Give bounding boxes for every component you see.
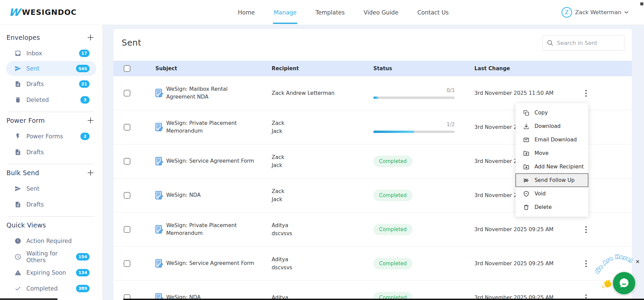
search-box <box>542 35 624 51</box>
user-name: Zack Wetterman <box>575 9 621 16</box>
power-form-items: Power Forms 2 Drafts <box>0 128 102 160</box>
column-header-recipient: Recipient <box>272 65 373 72</box>
horizontal-scrollbar-thumb[interactable] <box>0 298 57 300</box>
row-checkbox[interactable] <box>124 90 130 97</box>
row-checkbox[interactable] <box>124 226 130 233</box>
table-header: Subject Recipient Status Last Change <box>114 61 632 76</box>
document-sign-icon <box>155 225 163 234</box>
menu-item-send-follow-up[interactable]: Send Follow Up <box>516 173 588 187</box>
row-subject[interactable]: WeSign: Private Placement Memorandum <box>166 119 258 135</box>
select-all-checkbox[interactable] <box>124 65 130 72</box>
row-subject[interactable]: WeSign: Private Placement Memorandum <box>166 222 258 238</box>
row-checkbox[interactable] <box>124 158 130 165</box>
sidebar-item-bulk-sent[interactable]: Sent <box>0 181 102 196</box>
sidebar-section-bulk-send: Bulk Send <box>0 168 102 178</box>
sidebar-item-drafts[interactable]: Drafts 21 <box>0 76 102 92</box>
progress-count: 0/1 <box>373 87 455 93</box>
row-subject[interactable]: WeSign: Service Agreement Form <box>166 157 254 165</box>
row-recipient: Jack <box>272 127 373 135</box>
sidebar-section-envelopes: Envelopes <box>0 32 102 43</box>
trash-icon <box>15 97 21 103</box>
sidebar-item-waiting-for-others[interactable]: Waiting for Others 154 <box>0 249 102 265</box>
sidebar-item-completed[interactable]: Completed 389 <box>0 280 102 296</box>
status-badge: Completed <box>373 156 413 167</box>
app-logo[interactable]: W WESIGNDOC <box>0 6 112 18</box>
sidebar-item-label: Expiring Soon <box>26 269 76 276</box>
menu-item-label: Email Download <box>535 137 577 143</box>
draft-icon <box>15 81 21 87</box>
user-menu[interactable]: Z Zack Wetterman <box>562 7 644 18</box>
row-checkbox[interactable] <box>124 192 130 199</box>
status-badge: Completed <box>373 258 413 269</box>
sidebar-item-expiring-soon[interactable]: Expiring Soon 134 <box>0 265 102 280</box>
sidebar-section-quick-views: Quick Views <box>0 220 102 230</box>
copy-icon <box>523 110 529 116</box>
nav-manage[interactable]: Manage <box>273 1 297 24</box>
chat-launcher-button[interactable] <box>613 272 635 294</box>
row-actions-kebab-icon[interactable] <box>580 87 592 99</box>
inbox-icon <box>15 50 21 57</box>
nav-contact-us[interactable]: Contact Us <box>417 1 449 24</box>
menu-item-label: Delete <box>535 204 552 210</box>
folder-move-icon <box>523 150 529 157</box>
sidebar-divider <box>8 216 94 217</box>
logo-text: WESIGNDOC <box>22 8 77 17</box>
sidebar-item-power-forms[interactable]: Power Forms 2 <box>0 128 102 144</box>
menu-item-email-download[interactable]: Email Download <box>516 133 588 146</box>
document-sign-icon <box>155 191 163 200</box>
row-subject[interactable]: WeSign: Mailbox Rental Agreement NDA <box>166 85 258 101</box>
menu-item-void[interactable]: Void <box>516 187 588 200</box>
sidebar-item-inbox[interactable]: Inbox 17 <box>0 45 102 61</box>
column-header-last-change: Last Change <box>474 65 579 72</box>
nav-home[interactable]: Home <box>237 1 255 24</box>
sidebar-item-deleted[interactable]: Deleted 3 <box>0 92 102 108</box>
sidebar-item-bulk-drafts[interactable]: Drafts <box>0 196 102 212</box>
app-header: W WESIGNDOC Home Manage Templates Video … <box>0 0 644 25</box>
sidebar-item-label: Deleted <box>26 97 80 103</box>
delete-icon <box>523 204 529 211</box>
menu-item-delete[interactable]: Delete <box>516 200 588 214</box>
row-checkbox[interactable] <box>124 260 130 267</box>
clock-icon <box>15 253 21 260</box>
check-icon <box>15 285 21 292</box>
nav-templates[interactable]: Templates <box>315 1 345 24</box>
row-subject[interactable]: WeSign: Service Agreement Form <box>166 260 254 267</box>
search-input[interactable] <box>557 40 620 46</box>
row-actions-kebab-icon[interactable] <box>580 224 592 235</box>
count-badge: 545 <box>76 65 90 72</box>
folder-add-icon <box>523 164 529 170</box>
menu-item-label: Copy <box>535 110 548 116</box>
row-subject[interactable]: WeSign: NDA <box>166 191 201 199</box>
main-nav: Home Manage Templates Video Guide Contac… <box>125 1 562 24</box>
scrollbar-mark[interactable] <box>640 2 643 5</box>
draft-icon <box>15 149 21 156</box>
add-bulk-send-button[interactable] <box>87 169 94 176</box>
menu-item-copy[interactable]: Copy <box>516 106 588 119</box>
sidebar-item-action-required[interactable]: Action Required <box>0 233 102 249</box>
menu-item-add-new-recipient[interactable]: Add New Recipient <box>516 160 588 173</box>
menu-item-move[interactable]: Move <box>516 146 588 160</box>
table-row: WeSign: Service Agreement Form Aditya ds… <box>114 247 632 281</box>
row-recipient: Aditya <box>272 255 373 264</box>
add-power-form-button[interactable] <box>87 117 94 124</box>
menu-item-download[interactable]: Download <box>516 119 588 133</box>
row-status-progress: 0/1 <box>373 87 455 99</box>
progress-bar <box>373 97 455 99</box>
row-last-change: 3rd November 2025 09:25 AM <box>474 261 579 267</box>
nav-video-guide[interactable]: Video Guide <box>363 1 399 24</box>
row-checkbox[interactable] <box>124 124 130 131</box>
sidebar-divider <box>8 112 94 112</box>
row-recipient: Zack Andrew Letterman <box>272 89 373 97</box>
chat-close-icon[interactable]: × <box>634 258 641 265</box>
count-badge: 154 <box>76 253 90 261</box>
add-envelope-button[interactable] <box>87 34 94 41</box>
sidebar-item-power-drafts[interactable]: Drafts <box>0 144 102 160</box>
card-header: Sent <box>114 29 632 61</box>
menu-item-label: Download <box>535 123 561 129</box>
count-badge: 2 <box>80 133 90 140</box>
sidebar-item-label: Drafts <box>26 201 90 208</box>
warning-icon <box>15 269 21 276</box>
row-actions-kebab-icon[interactable] <box>580 258 592 269</box>
sidebar-item-label: Completed <box>26 285 76 292</box>
sidebar-item-sent[interactable]: Sent 545 <box>6 61 96 76</box>
